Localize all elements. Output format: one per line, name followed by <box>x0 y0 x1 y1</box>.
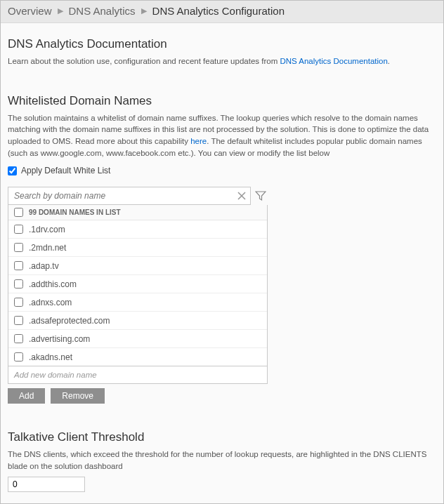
desc-period: . <box>388 57 390 65</box>
add-button[interactable]: Add <box>8 388 45 404</box>
remove-button[interactable]: Remove <box>51 388 105 404</box>
whitelist-capability-link[interactable]: here <box>190 137 207 145</box>
list-item[interactable]: .advertising.com <box>8 330 267 348</box>
crumb-dns-analytics-config[interactable]: DNS Analytics Configuration <box>152 5 285 17</box>
config-pane: Overview ▶ DNS Analytics ▶ DNS Analytics… <box>0 0 444 504</box>
threshold-desc: The DNS clients, which exceed the thresh… <box>8 449 436 472</box>
select-all-checkbox[interactable] <box>14 208 23 217</box>
apply-default-label: Apply Default White List <box>21 166 110 175</box>
list-item[interactable]: .addthis.com <box>8 275 267 293</box>
list-item[interactable]: .adsafeprotected.com <box>8 312 267 330</box>
whitelist-list: 99 DOMAIN NAMES IN LIST .1drv.com.2mdn.n… <box>8 187 268 404</box>
list-item[interactable]: .1drv.com <box>8 220 267 239</box>
filter-icon[interactable] <box>254 188 268 204</box>
chevron-right-icon: ▶ <box>141 6 147 15</box>
search-input[interactable] <box>14 191 236 201</box>
section-title-whitelist: Whitelisted Domain Names <box>8 94 436 108</box>
list-item-label: .addthis.com <box>29 279 77 289</box>
section-title-threshold: Talkative Client Threshold <box>8 430 436 444</box>
list-item-label: .1drv.com <box>29 225 65 234</box>
domain-list-box: 99 DOMAIN NAMES IN LIST .1drv.com.2mdn.n… <box>8 205 268 366</box>
section-title-documentation: DNS Analytics Documentation <box>8 37 436 51</box>
domain-list-scroll[interactable]: .1drv.com.2mdn.net.adap.tv.addthis.com.a… <box>8 220 267 366</box>
add-new-domain-input[interactable]: Add new domain name <box>8 366 268 384</box>
list-item-checkbox[interactable] <box>14 261 23 270</box>
list-item-label: .adap.tv <box>29 261 59 271</box>
threshold-field-wrap <box>8 477 436 492</box>
list-item[interactable]: .2mdn.net <box>8 239 267 257</box>
documentation-link[interactable]: DNS Analytics Documentation <box>280 57 387 65</box>
list-item-checkbox[interactable] <box>14 243 23 252</box>
list-item[interactable]: .adnxs.com <box>8 293 267 312</box>
chevron-right-icon: ▶ <box>58 6 63 15</box>
list-item-checkbox[interactable] <box>14 298 23 307</box>
content: DNS Analytics Documentation Learn about … <box>1 23 443 504</box>
list-item-label: .advertising.com <box>29 334 90 344</box>
search-box <box>8 187 251 205</box>
list-count-label: 99 DOMAIN NAMES IN LIST <box>29 208 121 216</box>
list-item[interactable]: .adap.tv <box>8 257 267 275</box>
domain-list-header: 99 DOMAIN NAMES IN LIST <box>8 205 267 220</box>
whitelist-desc: The solution maintains a whitelist of do… <box>8 112 436 159</box>
documentation-desc: Learn about the solution use, configurat… <box>8 55 436 67</box>
list-item-checkbox[interactable] <box>14 352 23 362</box>
whitelist-buttons: Add Remove <box>8 388 268 404</box>
list-item[interactable]: .akadns.net <box>8 348 267 366</box>
svg-marker-2 <box>256 192 266 200</box>
list-item-checkbox[interactable] <box>14 279 23 289</box>
clear-search-icon[interactable] <box>236 190 247 201</box>
list-item-label: .akadns.net <box>29 352 72 362</box>
crumb-overview[interactable]: Overview <box>8 5 52 17</box>
threshold-input[interactable] <box>8 477 85 492</box>
desc-text: Learn about the solution use, configurat… <box>8 57 280 65</box>
list-item-label: .2mdn.net <box>29 243 66 253</box>
list-item-label: .adsafeprotected.com <box>29 316 110 326</box>
search-row <box>8 187 268 205</box>
apply-default-checkbox[interactable] <box>8 166 17 175</box>
list-item-checkbox[interactable] <box>14 334 23 343</box>
list-item-checkbox[interactable] <box>14 316 23 325</box>
apply-default-row: Apply Default White List <box>8 166 436 175</box>
list-item-label: .adnxs.com <box>29 298 72 307</box>
crumb-dns-analytics[interactable]: DNS Analytics <box>69 5 136 17</box>
breadcrumb: Overview ▶ DNS Analytics ▶ DNS Analytics… <box>1 1 443 23</box>
list-item-checkbox[interactable] <box>14 225 23 234</box>
